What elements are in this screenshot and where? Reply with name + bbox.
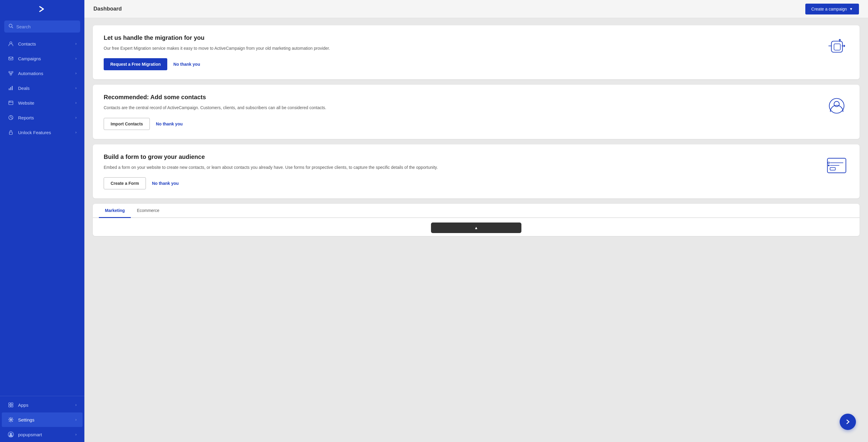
person-icon: [8, 41, 14, 47]
deals-icon: [8, 85, 14, 91]
svg-rect-35: [830, 167, 835, 170]
migration-card-content: Let us handle the migration for you Our …: [104, 34, 662, 70]
username-label: popupsmart: [18, 432, 42, 437]
tab-marketing[interactable]: Marketing: [99, 204, 131, 218]
tab-ecommerce[interactable]: Ecommerce: [131, 204, 165, 218]
migration-no-thanks-button[interactable]: No thank you: [173, 62, 200, 67]
import-contacts-button[interactable]: Import Contacts: [104, 118, 150, 130]
form-card: Build a form to grow your audience Embed…: [93, 144, 860, 198]
svg-point-23: [10, 419, 12, 421]
reports-icon: [8, 115, 14, 121]
sidebar-item-settings[interactable]: Settings ›: [2, 412, 83, 427]
form-card-actions: Create a Form No thank you: [104, 177, 662, 189]
campaigns-label: Campaigns: [18, 56, 41, 61]
sidebar-item-contacts[interactable]: Contacts ›: [2, 36, 83, 51]
contacts-card-actions: Import Contacts No thank you: [104, 118, 662, 130]
sidebar-item-automations[interactable]: Automations ›: [2, 66, 83, 81]
sidebar-nav: Contacts › Campaigns ›: [0, 36, 84, 396]
automations-icon: [8, 70, 14, 76]
tabs-bar: Marketing Ecommerce: [93, 204, 860, 218]
svg-rect-3: [9, 57, 13, 60]
sidebar-logo: [0, 0, 84, 18]
sidebar-item-campaigns[interactable]: Campaigns ›: [2, 51, 83, 66]
settings-icon: [8, 417, 14, 423]
content-area: Let us handle the migration for you Our …: [84, 18, 868, 442]
svg-rect-11: [9, 88, 10, 90]
user-chevron: ›: [75, 432, 76, 437]
main-content: Dashboard Create a campaign ▼ Let us han…: [84, 0, 868, 442]
apps-label: Apps: [18, 403, 28, 408]
svg-rect-27: [834, 44, 840, 50]
sidebar-item-unlock-features[interactable]: Unlock Features ›: [2, 125, 83, 140]
deals-label: Deals: [18, 86, 30, 91]
form-icon: [825, 153, 849, 178]
search-input[interactable]: [16, 24, 76, 29]
unlock-icon: [8, 129, 14, 136]
svg-point-34: [828, 165, 830, 166]
svg-point-33: [828, 162, 830, 164]
form-card-content: Build a form to grow your audience Embed…: [104, 153, 662, 189]
sidebar: Contacts › Campaigns ›: [0, 0, 84, 442]
reports-label: Reports: [18, 115, 34, 120]
svg-point-28: [830, 98, 844, 113]
promo-bar[interactable]: ▲: [431, 223, 521, 233]
apps-chevron: ›: [75, 403, 76, 407]
svg-rect-20: [11, 403, 13, 405]
contacts-card-desc: Contacts are the central record of Activ…: [104, 104, 662, 111]
migration-card-title: Let us handle the migration for you: [104, 34, 662, 41]
svg-rect-12: [10, 87, 11, 90]
website-label: Website: [18, 100, 34, 106]
sidebar-item-website[interactable]: Website ›: [2, 95, 83, 110]
create-form-button[interactable]: Create a Form: [104, 177, 146, 189]
contacts-card-title: Recommended: Add some contacts: [104, 94, 662, 101]
form-card-title: Build a form to grow your audience: [104, 153, 662, 160]
contacts-icon: [825, 94, 849, 118]
svg-rect-22: [11, 405, 13, 407]
sidebar-item-apps[interactable]: Apps ›: [2, 398, 83, 412]
contacts-chevron: ›: [75, 41, 76, 46]
automations-chevron: ›: [75, 71, 76, 76]
create-campaign-chevron: ▼: [849, 7, 853, 11]
migration-icon: [825, 34, 849, 58]
unlock-features-chevron: ›: [75, 130, 76, 135]
contacts-no-thanks-button[interactable]: No thank you: [156, 121, 183, 126]
request-migration-button[interactable]: Request a Free Migration: [104, 58, 167, 70]
fab-button[interactable]: [840, 414, 856, 430]
svg-rect-19: [9, 403, 10, 405]
campaigns-chevron: ›: [75, 56, 76, 61]
search-bar[interactable]: [4, 21, 80, 33]
migration-card-desc: Our free Expert Migration service makes …: [104, 45, 662, 52]
svg-rect-13: [12, 86, 13, 90]
topbar: Dashboard Create a campaign ▼: [84, 0, 868, 18]
form-card-desc: Embed a form on your website to create n…: [104, 164, 662, 171]
settings-label: Settings: [18, 417, 34, 422]
settings-chevron: ›: [75, 418, 76, 422]
svg-line-1: [12, 27, 13, 28]
envelope-icon: [8, 56, 14, 61]
svg-rect-26: [832, 41, 843, 53]
form-no-thanks-button[interactable]: No thank you: [152, 181, 179, 186]
contacts-card: Recommended: Add some contacts Contacts …: [93, 85, 860, 139]
sidebar-item-deals[interactable]: Deals ›: [2, 81, 83, 95]
page-title: Dashboard: [93, 6, 122, 12]
promo-bar-chevron: ▲: [474, 226, 478, 230]
website-icon: [8, 100, 14, 106]
sidebar-item-reports[interactable]: Reports ›: [2, 110, 83, 125]
migration-card-actions: Request a Free Migration No thank you: [104, 58, 662, 70]
svg-rect-21: [9, 405, 10, 407]
create-campaign-button[interactable]: Create a campaign ▼: [805, 4, 859, 14]
contacts-card-content: Recommended: Add some contacts Contacts …: [104, 94, 662, 130]
automations-label: Automations: [18, 71, 43, 76]
svg-rect-5: [11, 71, 13, 73]
contacts-label: Contacts: [18, 41, 36, 47]
migration-card: Let us handle the migration for you Our …: [93, 25, 860, 79]
svg-rect-4: [9, 71, 10, 73]
sidebar-bottom: Apps › Settings ›: [0, 396, 84, 442]
svg-point-25: [10, 433, 12, 435]
user-avatar-icon: [8, 432, 14, 438]
sidebar-item-user[interactable]: popupsmart ›: [2, 427, 83, 442]
svg-rect-18: [9, 132, 12, 135]
website-chevron: ›: [75, 101, 76, 105]
reports-chevron: ›: [75, 116, 76, 120]
unlock-features-label: Unlock Features: [18, 130, 51, 135]
